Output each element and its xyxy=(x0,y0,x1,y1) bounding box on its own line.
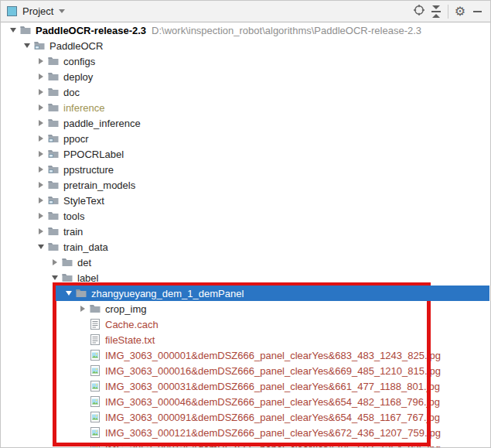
collapse-all-button[interactable] xyxy=(428,3,445,20)
collapse-arrow-icon[interactable] xyxy=(35,213,47,219)
tree-row-label: paddle_inference xyxy=(63,118,141,129)
tree-row-label: IMG_3063_000001&demDSZ666_panel_clearYes… xyxy=(105,350,441,361)
minus-icon xyxy=(473,11,482,12)
tree-row[interactable]: StyleText xyxy=(1,193,490,208)
collapse-arrow-icon[interactable] xyxy=(77,306,89,312)
folder-package-icon xyxy=(47,132,60,145)
folder-package-icon xyxy=(47,163,60,176)
folder-package-icon xyxy=(33,39,46,52)
image-file-icon xyxy=(89,395,101,408)
tree-row[interactable]: det xyxy=(1,255,490,270)
locate-file-button[interactable] xyxy=(411,3,428,20)
tree-row[interactable]: fileState.txt xyxy=(1,332,490,347)
collapse-arrow-icon[interactable] xyxy=(49,259,61,265)
tree-row[interactable]: IMG_3063_000046&demDSZ666_panel_clearYes… xyxy=(1,394,490,409)
folder-icon xyxy=(89,303,101,315)
tree-row-label: IMG_3063_000016&demDSZ666_panel_clearYes… xyxy=(105,365,441,377)
collapse-arrow-icon[interactable] xyxy=(35,182,47,188)
tree-row[interactable]: deploy xyxy=(1,69,490,84)
text-file-icon xyxy=(89,318,101,330)
expand-arrow-icon[interactable] xyxy=(21,43,33,48)
project-toolbar: Project ⚙ xyxy=(1,1,490,22)
folder-icon xyxy=(47,210,60,222)
collapse-arrow-icon[interactable] xyxy=(35,74,47,80)
tree-row[interactable]: train xyxy=(1,224,490,239)
locate-icon xyxy=(413,4,425,19)
image-file-icon xyxy=(89,349,101,361)
collapse-arrow-icon[interactable] xyxy=(35,228,47,234)
tree-row[interactable]: crop_img xyxy=(1,301,490,316)
toolbar-divider xyxy=(448,5,448,19)
tree-row[interactable]: doc xyxy=(1,84,490,100)
expand-arrow-icon[interactable] xyxy=(63,291,75,296)
tree-row-label: configs xyxy=(63,56,95,67)
folder-icon xyxy=(47,86,60,98)
tree-row-label: ppocr xyxy=(63,133,89,145)
collapse-all-icon xyxy=(431,5,441,18)
tree-row[interactable]: IMG_3063_000091&demDSZ666_panel_clearYes… xyxy=(1,409,490,425)
tree-row[interactable]: IMG_3063_000001&demDSZ666_panel_clearYes… xyxy=(1,347,490,363)
folder-icon xyxy=(47,55,60,67)
folder-icon xyxy=(47,117,60,129)
tree-row[interactable]: Cache.cach xyxy=(1,316,490,332)
folder-icon xyxy=(47,70,60,83)
settings-button[interactable]: ⚙ xyxy=(452,3,469,20)
tree-row-label: StyleText xyxy=(63,195,104,207)
expand-arrow-icon[interactable] xyxy=(49,275,61,280)
hide-tool-window-button[interactable] xyxy=(469,3,486,20)
collapse-arrow-icon[interactable] xyxy=(35,120,47,126)
tree-row-label: doc xyxy=(63,87,80,98)
collapse-arrow-icon[interactable] xyxy=(35,151,47,157)
tree-row-label: det xyxy=(77,257,91,268)
tree-row-label: IMG_3063_000046&demDSZ666_panel_clearYes… xyxy=(105,396,440,408)
tree-row-label: crop_img xyxy=(105,303,146,315)
collapse-arrow-icon[interactable] xyxy=(35,197,47,203)
expand-arrow-icon[interactable] xyxy=(35,245,47,249)
project-root-path: D:\work\inspection_robot\algorithms\Padd… xyxy=(152,25,421,36)
folder-icon xyxy=(47,225,60,238)
tool-window-title[interactable]: Project xyxy=(22,5,53,17)
tree-row-label: IMG_3063_000136&demDSZ666_panel_clearYes… xyxy=(105,443,441,448)
tree-row[interactable]: IMG_3063_000016&demDSZ666_panel_clearYes… xyxy=(1,363,490,378)
expand-arrow-icon[interactable] xyxy=(7,28,19,32)
tree-row[interactable]: ppstructure xyxy=(1,162,490,177)
tree-row-label: train_data xyxy=(63,241,108,253)
tree-row[interactable]: PaddleOCR xyxy=(1,38,490,53)
collapse-arrow-icon[interactable] xyxy=(35,135,47,142)
image-file-icon xyxy=(89,426,101,439)
tree-row[interactable]: IMG_3063_000031&demDSZ666_panel_clearYes… xyxy=(1,378,490,394)
image-file-icon xyxy=(89,411,101,423)
tree-row-label: PaddleOCR xyxy=(49,40,103,52)
tree-row-label: Cache.cach xyxy=(105,319,159,330)
folder-package-icon xyxy=(47,194,60,207)
collapse-arrow-icon[interactable] xyxy=(35,58,47,64)
image-file-icon xyxy=(89,364,101,377)
tree-row-label: label xyxy=(77,272,98,284)
tree-row[interactable]: ppocr xyxy=(1,131,490,146)
tree-row[interactable]: label xyxy=(1,270,490,286)
tree-row[interactable]: pretrain_models xyxy=(1,177,490,193)
collapse-arrow-icon[interactable] xyxy=(35,89,47,95)
tree-row-label: train xyxy=(63,226,83,238)
tree-row[interactable]: PPOCRLabel xyxy=(1,146,490,162)
tree-row[interactable]: IMG_3063_000136&demDSZ666_panel_clearYes… xyxy=(1,440,490,448)
tree-row-label: tools xyxy=(63,210,84,222)
tree-row-label: IMG_3063_000121&demDSZ666_panel_clearYes… xyxy=(105,427,441,439)
tree-row[interactable]: train_data xyxy=(1,239,490,255)
tree-row[interactable]: tools xyxy=(1,208,490,224)
tree-row-label: ppstructure xyxy=(63,164,114,176)
tree-row-label: PPOCRLabel xyxy=(63,149,124,160)
tree-row-label: IMG_3063_000091&demDSZ666_panel_clearYes… xyxy=(105,412,440,423)
tree-row[interactable]: zhangyueyang_dem_1_demPanel xyxy=(1,286,490,301)
tree-row-label: PaddleOCR-release-2.3 xyxy=(36,25,146,36)
tree-row[interactable]: paddle_inference xyxy=(1,115,490,131)
tree-row[interactable]: IMG_3063_000121&demDSZ666_panel_clearYes… xyxy=(1,425,490,440)
tree-row[interactable]: configs xyxy=(1,53,490,69)
tree-row[interactable]: PaddleOCR-release-2.3D:\work\inspection_… xyxy=(1,22,490,38)
collapse-arrow-icon[interactable] xyxy=(35,104,47,111)
tree-row[interactable]: inference xyxy=(1,100,490,115)
collapse-arrow-icon[interactable] xyxy=(35,166,47,173)
image-file-icon xyxy=(89,442,101,448)
project-tool-window: Project ⚙ PaddleOCR-releas xyxy=(0,0,491,448)
chevron-down-icon[interactable] xyxy=(59,9,65,13)
